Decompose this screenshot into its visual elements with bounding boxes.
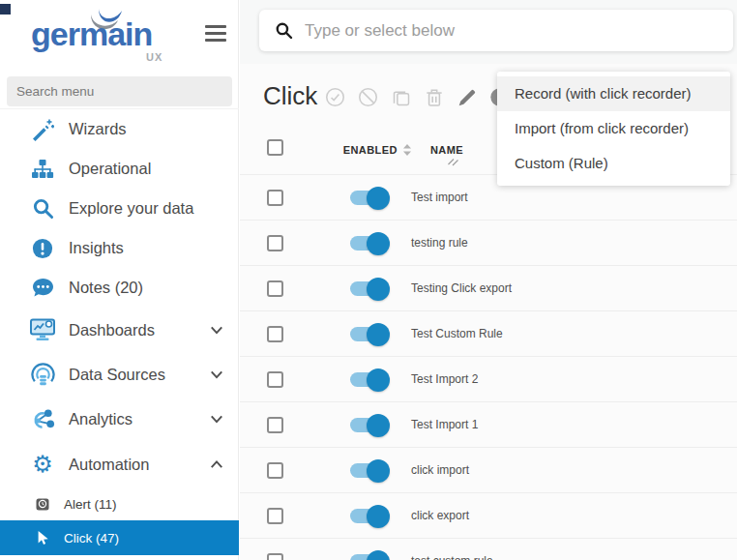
sort-icon[interactable] [403,144,411,156]
sidebar-subitem-label: Alert (11) [64,497,117,512]
table-body: Test import testing rule Testing Click e… [240,174,737,560]
sidebar-item-explore[interactable]: Explore your data [0,189,239,228]
germain-ux-app: { "logo": { "text": "germain", "sub": "U… [0,0,737,560]
row-checkbox[interactable] [267,462,283,479]
menu-item-import[interactable]: Import (from click recorder) [497,111,730,146]
logo-subtext: UX [146,51,162,63]
sidebar-item-label: Notes (20) [69,279,143,297]
sidebar-subitem-alert[interactable]: Alert (11) [0,487,239,520]
row-checkbox[interactable] [267,553,283,560]
search-icon [29,197,56,220]
sidebar-item-automation[interactable]: ⚙ Automation [0,441,239,487]
logo-text: germain [31,15,152,53]
column-header-enabled-label: ENABLED [343,144,398,156]
row-checkbox[interactable] [267,235,283,251]
column-header-enabled[interactable]: ENABLED [333,144,422,156]
select-all-checkbox[interactable] [267,139,283,156]
sidebar-item-analytics[interactable]: Analytics [0,397,239,441]
main-content: Click ENABLED NAME [240,0,737,560]
table-row[interactable]: test custom rule [240,538,737,560]
share-nodes-icon [29,407,56,431]
hamburger-menu-icon[interactable] [205,25,226,42]
enabled-toggle[interactable] [350,554,388,560]
sidebar: germain UX Wizards Operational Explore y… [0,0,239,560]
enabled-toggle[interactable] [350,509,388,523]
row-name: Testing Click export [411,266,512,311]
sidebar-search [7,76,232,106]
sitemap-icon [29,158,56,181]
chevron-down-icon [210,324,223,336]
ban-icon[interactable] [358,87,378,107]
row-checkbox[interactable] [267,280,283,297]
table-row[interactable]: click import [240,447,737,492]
row-name: Test import [411,175,468,221]
sidebar-item-label: Operational [69,160,151,178]
global-search [259,10,733,51]
enabled-toggle[interactable] [350,191,388,205]
sidebar-item-dashboards[interactable]: Dashboards [0,308,239,352]
sidebar-item-label: Data Sources [69,366,165,384]
row-name: test custom rule [411,539,493,560]
magic-wand-icon [29,118,56,141]
chevron-down-icon [210,368,223,380]
sidebar-item-label: Insights [69,239,124,257]
sidebar-item-operational[interactable]: Operational [0,149,239,189]
table-row[interactable]: Testing Click export [240,265,737,310]
sidebar-subitem-click[interactable]: Click (47) [0,520,239,555]
row-checkbox[interactable] [267,417,283,433]
gear-icon: ⚙ [29,453,56,476]
menu-item-custom[interactable]: Custom (Rule) [497,146,730,181]
sidebar-item-wizards[interactable]: Wizards [0,109,239,149]
sidebar-item-data-sources[interactable]: Data Sources [0,352,239,397]
sidebar-item-label: Explore your data [69,199,193,218]
table-row[interactable]: Test Custom Rule [240,310,737,356]
row-checkbox[interactable] [267,190,283,206]
table-row[interactable]: testing rule [240,220,737,265]
search-icon [275,21,293,40]
pencil-icon[interactable] [457,87,477,107]
row-checkbox[interactable] [267,371,283,388]
enabled-toggle[interactable] [350,327,388,341]
enabled-toggle[interactable] [350,372,388,387]
table-row[interactable]: Test Import 1 [240,401,737,447]
row-name: Test Custom Rule [411,311,503,357]
comments-icon [29,278,56,298]
enabled-toggle[interactable] [350,463,388,478]
sidebar-item-label: Dashboards [69,321,155,339]
sidebar-item-notes[interactable]: Notes (20) [0,268,239,308]
row-name: Test Import 2 [411,357,478,402]
chevron-up-icon [210,458,223,470]
menu-item-record[interactable]: Record (with click recorder) [497,76,730,111]
enabled-toggle[interactable] [350,236,388,251]
sidebar-item-label: Wizards [69,120,127,138]
exclamation-circle-icon [29,238,56,259]
sidebar-item-label: Analytics [69,410,133,428]
sidebar-subitem-label: Click (47) [64,531,119,545]
check-circle-icon[interactable] [325,87,345,107]
column-resize-icon[interactable] [447,154,459,166]
copy-icon[interactable] [391,87,411,107]
cursor-icon [35,530,50,546]
chevron-down-icon [210,413,223,425]
enabled-toggle[interactable] [350,281,388,296]
logo[interactable]: germain UX [0,0,239,70]
page-title: Click [263,81,317,111]
row-name: Test Import 1 [411,402,478,448]
row-checkbox[interactable] [267,508,283,524]
sidebar-nav: Wizards Operational Explore your data In… [0,108,239,555]
table-row[interactable]: Test Import 2 [240,356,737,401]
row-name: testing rule [411,221,468,266]
alarm-icon [35,498,50,511]
row-name: click export [411,493,469,539]
dashboard-icon [29,318,56,341]
sidebar-item-label: Automation [69,456,149,474]
row-checkbox[interactable] [267,326,283,342]
enabled-toggle[interactable] [350,418,388,432]
global-search-input[interactable] [305,21,718,41]
toolbar [325,87,510,107]
add-click-menu: Record (with click recorder) Import (fro… [497,72,730,186]
sidebar-search-input[interactable] [7,76,232,106]
trash-icon[interactable] [424,87,444,107]
sidebar-item-insights[interactable]: Insights [0,228,239,268]
table-row[interactable]: click export [240,492,737,538]
